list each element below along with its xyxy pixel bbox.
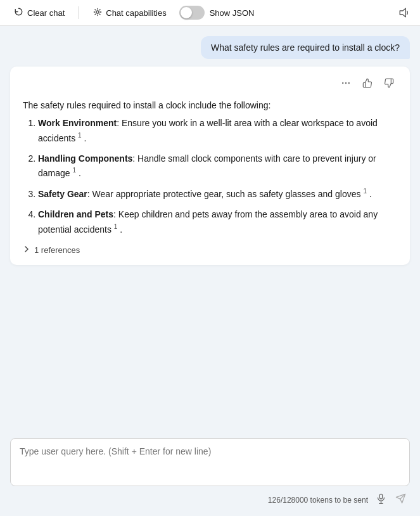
input-area: 126/128000 tokens to be sent xyxy=(0,432,420,516)
svg-point-0 xyxy=(96,10,99,13)
chat-capabilities-button[interactable]: Chat capabilities xyxy=(87,5,172,21)
more-options-button[interactable] xyxy=(338,77,354,92)
ai-response-card: The safety rules required to install a c… xyxy=(10,67,410,265)
item-sup: 1 xyxy=(72,167,76,174)
clear-chat-icon xyxy=(14,7,23,18)
user-bubble: What safety rules are required to instal… xyxy=(201,36,410,59)
item-sup: 1 xyxy=(114,223,118,230)
item-sup: 1 xyxy=(78,132,82,139)
clear-chat-label: Clear chat xyxy=(27,8,65,18)
references-label: 1 references xyxy=(34,245,80,255)
token-count: 126/128000 tokens to be sent xyxy=(268,496,368,505)
clear-chat-button[interactable]: Clear chat xyxy=(8,4,71,21)
token-bar: 126/128000 tokens to be sent xyxy=(10,488,410,513)
svg-marker-1 xyxy=(400,8,405,17)
item-suffix: . xyxy=(120,224,122,234)
item-sup: 1 xyxy=(363,188,367,195)
item-term: Children and Pets xyxy=(38,209,113,219)
svg-point-3 xyxy=(345,82,347,84)
volume-button[interactable] xyxy=(396,4,412,21)
svg-rect-5 xyxy=(379,494,382,499)
item-suffix: . xyxy=(79,168,81,178)
user-message: What safety rules are required to instal… xyxy=(10,36,410,59)
toolbar-divider xyxy=(79,6,79,19)
item-suffix: . xyxy=(84,132,87,143)
show-json-label: Show JSON xyxy=(210,8,255,18)
send-button[interactable] xyxy=(394,492,407,508)
ai-response-text: The safety rules required to install a c… xyxy=(23,98,397,236)
toolbar: Clear chat Chat capabilities Show JSON xyxy=(0,0,420,26)
item-detail: : Wear appropriate protective gear, such… xyxy=(87,189,361,199)
chat-area: What safety rules are required to instal… xyxy=(0,26,420,432)
references-row[interactable]: 1 references xyxy=(23,245,397,255)
list-item: Safety Gear: Wear appropriate protective… xyxy=(38,186,397,201)
chevron-right-icon xyxy=(23,245,30,255)
thumbs-down-button[interactable] xyxy=(381,77,397,92)
show-json-toggle[interactable] xyxy=(179,6,205,20)
svg-point-4 xyxy=(348,82,350,84)
show-json-area: Show JSON xyxy=(179,6,255,20)
item-term: Work Environment xyxy=(38,118,117,128)
list-item: Work Environment: Ensure you work in a w… xyxy=(38,116,397,145)
gear-icon xyxy=(93,8,102,18)
item-term: Safety Gear xyxy=(38,189,87,199)
svg-point-2 xyxy=(342,82,343,84)
chat-capabilities-label: Chat capabilities xyxy=(106,8,166,18)
mic-button[interactable] xyxy=(374,492,388,508)
list-item: Children and Pets: Keep children and pet… xyxy=(38,207,397,236)
list-item: Handling Components: Handle small clock … xyxy=(38,152,397,180)
thumbs-up-button[interactable] xyxy=(359,77,376,92)
ai-intro: The safety rules required to install a c… xyxy=(23,98,397,112)
query-input[interactable] xyxy=(10,438,410,486)
ai-card-actions xyxy=(23,77,397,92)
item-suffix: . xyxy=(369,189,372,199)
ai-list: Work Environment: Ensure you work in a w… xyxy=(23,116,397,236)
item-term: Handling Components xyxy=(38,153,132,164)
toggle-knob xyxy=(181,7,192,18)
user-message-text: What safety rules are required to instal… xyxy=(211,42,400,53)
